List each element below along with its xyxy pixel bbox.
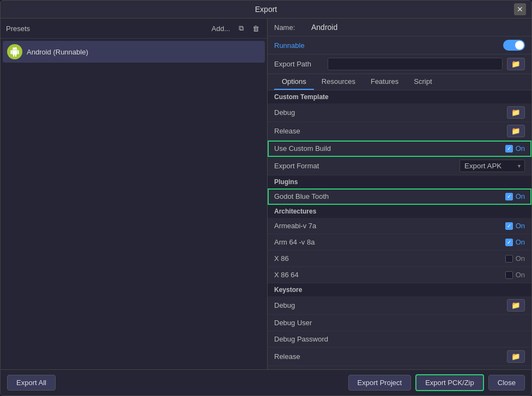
runnable-label: Runnable xyxy=(274,41,499,50)
title-bar: Export ✕ xyxy=(1,1,531,19)
row-debug-keystore: Debug 📁 xyxy=(268,296,531,315)
godot-bluetooth-on-label: On xyxy=(516,192,525,200)
arm64-v8a-on-label: On xyxy=(516,238,525,246)
godot-bluetooth-value[interactable]: On xyxy=(505,192,525,200)
name-row: Name: Android xyxy=(268,19,531,36)
add-preset-button[interactable]: Add... xyxy=(209,23,232,34)
runnable-toggle[interactable] xyxy=(503,40,525,51)
godot-bluetooth-label: Godot Blue Tooth xyxy=(274,192,505,200)
debug-keystore-label: Debug xyxy=(274,301,507,309)
section-architectures: Architectures xyxy=(268,205,531,218)
export-format-label: Export Format xyxy=(274,162,460,170)
runnable-row: Runnable xyxy=(268,36,531,54)
godot-bluetooth-checkbox[interactable] xyxy=(505,193,513,200)
row-debug-password: Debug Password xyxy=(268,331,531,348)
export-pck-zip-button[interactable]: Export PCK/Zip xyxy=(415,374,484,391)
name-label: Name: xyxy=(274,23,307,32)
export-path-input[interactable] xyxy=(328,58,503,70)
debug-keystore-folder-button[interactable]: 📁 xyxy=(507,299,525,312)
tab-script[interactable]: Script xyxy=(406,74,439,90)
export-path-folder-button[interactable]: 📁 xyxy=(507,58,525,70)
preset-item-android[interactable]: Android (Runnable) xyxy=(3,41,265,63)
x86-64-label: X 86 64 xyxy=(274,271,505,279)
trash-icon: 🗑 xyxy=(252,25,259,33)
copy-icon: ⧉ xyxy=(239,24,244,32)
export-path-label: Export Path xyxy=(274,60,323,68)
delete-preset-button[interactable]: 🗑 xyxy=(250,23,262,34)
row-x86-64: X 86 64 On xyxy=(268,267,531,283)
debug-template-value: 📁 xyxy=(507,106,525,119)
armeabi-v7a-value[interactable]: On xyxy=(505,222,525,230)
debug-password-label: Debug Password xyxy=(274,335,525,343)
armeabi-v7a-on-label: On xyxy=(516,222,525,230)
armeabi-v7a-checkbox[interactable] xyxy=(505,222,513,230)
release-template-label: Release xyxy=(274,127,507,135)
tab-features[interactable]: Features xyxy=(363,74,406,90)
release-keystore-label: Release xyxy=(274,352,507,361)
use-custom-build-on-label: On xyxy=(516,144,525,153)
export-dialog: Export ✕ Presets Add... ⧉ 🗑 xyxy=(0,0,532,396)
use-custom-build-value[interactable]: On xyxy=(505,144,525,153)
tabs-row: Options Resources Features Script xyxy=(268,74,531,90)
copy-preset-button[interactable]: ⧉ xyxy=(237,23,246,34)
use-custom-build-label: Use Custom Build xyxy=(274,144,505,153)
x86-64-value[interactable]: On xyxy=(505,271,525,279)
main-content: Presets Add... ⧉ 🗑 Android (Runnable) xyxy=(1,19,531,369)
row-release-keystore: Release 📁 xyxy=(268,348,531,366)
release-keystore-folder-button[interactable]: 📁 xyxy=(507,350,525,363)
bottom-bar: Export All Export Project Export PCK/Zip… xyxy=(1,369,531,395)
row-armeabi-v7a: Armeabi-v 7a On xyxy=(268,218,531,234)
release-template-folder-button[interactable]: 📁 xyxy=(507,125,525,137)
export-project-button[interactable]: Export Project xyxy=(348,375,412,391)
export-format-select[interactable]: Export APK Export AAB xyxy=(460,160,525,172)
debug-user-label: Debug User xyxy=(274,319,525,327)
tab-options[interactable]: Options xyxy=(274,74,314,90)
dialog-title: Export xyxy=(255,5,277,14)
debug-template-folder-button[interactable]: 📁 xyxy=(507,106,525,119)
arm64-v8a-value[interactable]: On xyxy=(505,238,525,246)
options-content: Custom Template Debug 📁 Release 📁 Use Cu… xyxy=(268,90,531,369)
release-keystore-value: 📁 xyxy=(507,350,525,363)
export-all-button[interactable]: Export All xyxy=(7,375,56,391)
release-template-value: 📁 xyxy=(507,125,525,137)
use-custom-build-checkbox[interactable] xyxy=(505,145,513,153)
arm64-v8a-label: Arm 64 -v 8a xyxy=(274,238,505,246)
row-debug-user: Debug User xyxy=(268,315,531,331)
export-path-row: Export Path 📁 xyxy=(268,54,531,74)
close-button[interactable]: Close xyxy=(488,375,525,391)
debug-template-label: Debug xyxy=(274,108,507,117)
android-icon xyxy=(7,44,22,59)
presets-label: Presets xyxy=(6,25,205,33)
x86-64-on-label: On xyxy=(516,271,525,279)
armeabi-v7a-label: Armeabi-v 7a xyxy=(274,222,505,230)
preset-list: Android (Runnable) xyxy=(1,39,267,369)
x86-on-label: On xyxy=(516,254,525,263)
close-icon[interactable]: ✕ xyxy=(514,3,526,15)
section-plugins: Plugins xyxy=(268,175,531,188)
arm64-v8a-checkbox[interactable] xyxy=(505,239,513,246)
export-format-wrapper: Export APK Export AAB xyxy=(460,160,525,172)
x86-64-checkbox[interactable] xyxy=(505,271,513,279)
x86-checkbox[interactable] xyxy=(505,255,513,263)
right-panel: Name: Android Runnable Export Path 📁 Opt… xyxy=(268,19,531,369)
x86-label: X 86 xyxy=(274,254,505,263)
preset-item-name: Android (Runnable) xyxy=(27,48,88,56)
row-release-template: Release 📁 xyxy=(268,122,531,141)
name-value: Android xyxy=(311,23,337,32)
presets-header: Presets Add... ⧉ 🗑 xyxy=(1,19,267,39)
section-custom-template: Custom Template xyxy=(268,90,531,103)
section-keystore: Keystore xyxy=(268,283,531,296)
left-panel: Presets Add... ⧉ 🗑 Android (Runnable) xyxy=(1,19,268,369)
x86-value[interactable]: On xyxy=(505,254,525,263)
row-arm64-v8a: Arm 64 -v 8a On xyxy=(268,234,531,251)
row-debug-template: Debug 📁 xyxy=(268,103,531,122)
row-godot-bluetooth: Godot Blue Tooth On xyxy=(268,188,531,205)
debug-keystore-value: 📁 xyxy=(507,299,525,312)
row-x86: X 86 On xyxy=(268,251,531,267)
row-export-format: Export Format Export APK Export AAB xyxy=(268,157,531,175)
tab-resources[interactable]: Resources xyxy=(314,74,363,90)
row-use-custom-build: Use Custom Build On xyxy=(268,141,531,157)
